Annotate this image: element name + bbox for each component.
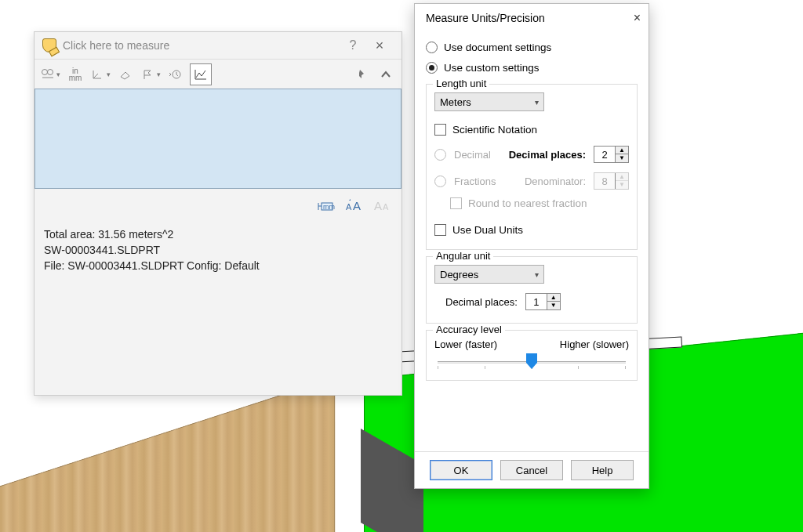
scientific-checkbox[interactable]: Scientific Notation	[434, 119, 629, 139]
accuracy-group-label: Accuracy level	[433, 324, 505, 335]
ok-button[interactable]: OK	[430, 460, 492, 480]
svg-text:A: A	[353, 199, 361, 212]
dimension-style-button[interactable]: mm	[315, 196, 337, 216]
radio-icon	[426, 62, 438, 74]
spin-down-icon: ▼	[616, 181, 628, 189]
radio-icon	[426, 42, 438, 53]
checkbox-icon	[434, 124, 446, 136]
measure-results: Total area: 31.56 meters^2 SW-00003441.S…	[35, 223, 402, 277]
spin-down-icon[interactable]: ▼	[547, 302, 560, 309]
length-unit-group: Length unit Meters ▾ Scientific Notation…	[426, 84, 638, 250]
spin-up-icon[interactable]: ▲	[547, 294, 560, 302]
help-button[interactable]: ?	[342, 38, 364, 52]
measure-selection-area[interactable]	[35, 89, 402, 189]
dual-units-label: Use Dual Units	[452, 224, 523, 236]
checkbox-icon	[450, 197, 462, 209]
dialog-close-button[interactable]: ×	[617, 11, 641, 25]
checkbox-icon	[434, 224, 446, 236]
help-button[interactable]: Help	[571, 460, 634, 480]
dialog-title: Measure Units/Precision	[426, 12, 617, 24]
use-document-radio[interactable]: Use document settings	[426, 37, 638, 57]
measure-toolbar: in mm	[35, 59, 402, 89]
angular-decimal-places-spinner[interactable]: ▲▼	[525, 293, 561, 310]
units-precision-dialog: Measure Units/Precision × Use document s…	[414, 3, 649, 489]
pin-button[interactable]	[350, 63, 372, 85]
measure-title-input[interactable]: Click here to measure	[63, 39, 342, 52]
angular-decimal-places-input[interactable]	[526, 294, 547, 309]
measure-titlebar[interactable]: Click here to measure ? ×	[35, 32, 402, 59]
denominator-label: Denominator:	[525, 176, 586, 187]
dialog-titlebar[interactable]: Measure Units/Precision ×	[415, 4, 649, 32]
slider-thumb[interactable]	[526, 353, 537, 371]
angular-decimal-places-label: Decimal places:	[445, 296, 518, 308]
scientific-label: Scientific Notation	[452, 124, 537, 136]
svg-text:mm: mm	[323, 203, 335, 211]
svg-text:A: A	[383, 202, 389, 212]
measure-window: Click here to measure ? × in mm	[34, 31, 402, 396]
result-file: File: SW-00003441.SLDPRT Config: Default	[44, 258, 392, 273]
angular-unit-value: Degrees	[440, 269, 478, 280]
spin-up-icon: ▲	[616, 173, 628, 181]
use-custom-label: Use custom settings	[444, 62, 540, 74]
accuracy-higher-label: Higher (slower)	[560, 338, 629, 350]
dual-units-checkbox[interactable]: Use Dual Units	[434, 219, 629, 240]
angular-unit-group: Angular unit Degrees ▾ Decimal places: ▲…	[426, 256, 638, 324]
measure-midbar: mm AA AA	[35, 189, 402, 223]
selection-filter-button[interactable]	[39, 63, 61, 85]
measure-app-icon	[42, 38, 56, 52]
fractions-label: Fractions	[454, 176, 496, 187]
spin-up-icon[interactable]: ▲	[616, 147, 628, 154]
use-document-label: Use document settings	[444, 42, 551, 53]
svg-text:A: A	[346, 202, 352, 212]
accuracy-group: Accuracy level Lower (faster) Higher (sl…	[426, 330, 638, 381]
svg-point-1	[47, 69, 53, 74]
result-area: Total area: 31.56 meters^2	[44, 226, 392, 242]
accuracy-slider[interactable]	[438, 355, 626, 371]
font-size-button[interactable]: AA	[343, 196, 365, 216]
length-group-label: Length unit	[433, 78, 489, 89]
unit-mm-label: mm	[69, 74, 82, 81]
flag-button[interactable]	[140, 63, 162, 85]
decimal-places-input[interactable]	[594, 147, 615, 162]
decimal-radio[interactable]	[434, 149, 446, 161]
angular-unit-dropdown[interactable]: Degrees ▾	[434, 265, 544, 284]
decimal-places-label: Decimal places:	[509, 149, 586, 161]
decimal-label: Decimal	[454, 149, 491, 161]
graph-button[interactable]	[190, 63, 212, 85]
wood-surface	[0, 377, 335, 532]
length-unit-value: Meters	[440, 96, 471, 108]
length-unit-dropdown[interactable]: Meters ▾	[434, 92, 544, 111]
round-label: Round to nearest fraction	[468, 197, 587, 209]
collapse-button[interactable]	[375, 63, 397, 85]
dialog-footer: OK Cancel Help	[415, 451, 649, 488]
close-button[interactable]: ×	[364, 38, 395, 54]
font-style-button[interactable]: AA	[372, 196, 394, 216]
accuracy-lower-label: Lower (faster)	[434, 338, 497, 350]
units-button[interactable]: in mm	[64, 63, 86, 85]
svg-text:A: A	[374, 199, 382, 212]
svg-point-0	[42, 69, 47, 74]
history-button[interactable]	[165, 63, 187, 85]
xyz-button[interactable]	[89, 63, 111, 85]
result-part: SW-00003441.SLDPRT	[44, 242, 392, 258]
spin-down-icon[interactable]: ▼	[616, 154, 628, 162]
cancel-button[interactable]: Cancel	[500, 460, 563, 480]
chevron-down-icon: ▾	[535, 270, 539, 279]
angular-group-label: Angular unit	[433, 250, 493, 262]
denominator-spinner: ▲▼	[594, 172, 629, 190]
round-checkbox: Round to nearest fraction	[450, 193, 629, 213]
eraser-button[interactable]	[114, 63, 136, 85]
chevron-down-icon: ▾	[535, 98, 539, 107]
use-custom-radio[interactable]: Use custom settings	[426, 57, 638, 78]
decimal-places-spinner[interactable]: ▲▼	[594, 146, 629, 163]
fractions-radio[interactable]	[434, 176, 446, 187]
denominator-input	[594, 173, 615, 189]
